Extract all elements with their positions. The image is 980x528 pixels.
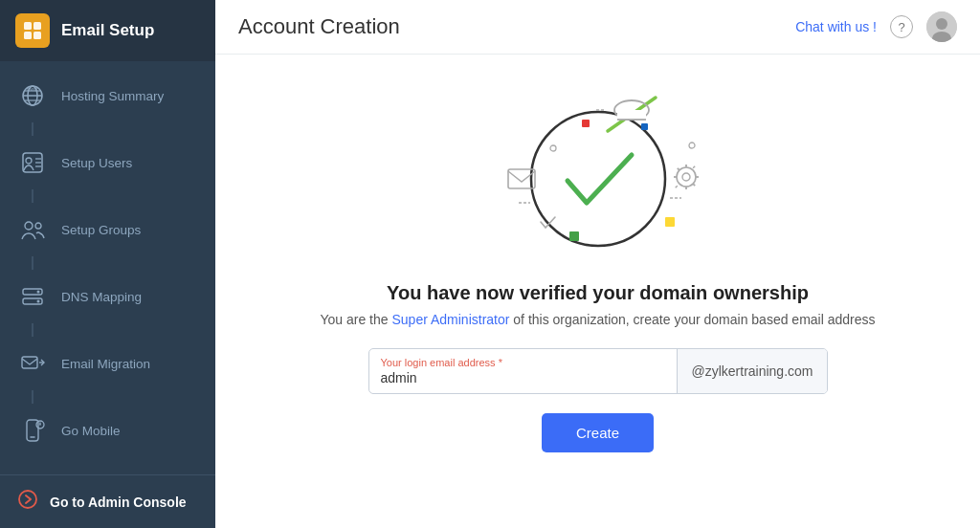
sidebar-item-label: DNS Mapping (61, 290, 142, 304)
nav-connector (32, 189, 33, 203)
sidebar-item-label: Go Mobile (61, 424, 121, 438)
sidebar-item-go-mobile[interactable]: Go Mobile (0, 404, 215, 457)
verified-title: You have now verified your domain owners… (387, 282, 809, 304)
admin-console-icon (17, 489, 38, 515)
nav-connector (32, 122, 33, 136)
email-domain: @zylkertraining.com (677, 349, 826, 393)
sidebar-item-label: Hosting Summary (61, 89, 164, 103)
globe-icon: www (17, 80, 48, 111)
help-icon[interactable]: ? (890, 15, 913, 38)
page-title: Account Creation (238, 14, 400, 39)
subtitle-post: of this organization, create your domain… (509, 312, 875, 327)
mobile-icon (17, 415, 48, 446)
svg-line-44 (677, 168, 679, 170)
sidebar-item-label: Setup Groups (61, 223, 141, 237)
sidebar-header: Email Setup (0, 0, 215, 61)
svg-point-39 (682, 173, 690, 181)
svg-point-53 (689, 143, 695, 148)
dns-icon (17, 281, 48, 312)
admin-console-label: Go to Admin Console (50, 495, 187, 510)
svg-rect-50 (569, 231, 579, 241)
svg-rect-1 (33, 22, 41, 30)
svg-rect-3 (33, 32, 41, 39)
app-title: Email Setup (61, 21, 154, 40)
group-icon (17, 214, 48, 245)
svg-rect-48 (582, 120, 590, 127)
nav-connector (32, 323, 33, 337)
sidebar-item-dns-mapping[interactable]: DNS Mapping (0, 270, 215, 323)
svg-line-47 (675, 186, 677, 187)
sidebar-nav: www Hosting Summary Setup Users (0, 61, 215, 474)
header-actions: Chat with us ! ? (795, 11, 957, 42)
svg-point-15 (25, 222, 33, 230)
sidebar: Email Setup www Hosting Summary (0, 0, 215, 528)
nav-connector (32, 256, 33, 270)
verification-illustration (455, 74, 742, 265)
svg-rect-2 (24, 32, 32, 39)
email-input[interactable] (381, 370, 666, 385)
main-header: Account Creation Chat with us ! ? (215, 0, 980, 55)
nav-connector (32, 390, 33, 404)
chat-link[interactable]: Chat with us ! (795, 19, 877, 34)
sidebar-item-setup-groups[interactable]: Setup Groups (0, 203, 215, 256)
sidebar-item-setup-users[interactable]: Setup Users (0, 136, 215, 189)
svg-point-27 (39, 424, 41, 426)
create-button[interactable]: Create (542, 413, 654, 452)
svg-rect-51 (665, 217, 675, 227)
svg-text:www: www (27, 86, 37, 92)
verified-subtitle: You are the Super Administrator of this … (320, 312, 875, 327)
app-logo-icon (15, 13, 50, 48)
sidebar-item-label: Email Migration (61, 357, 150, 371)
email-form: Your login email address * @zylkertraini… (368, 348, 828, 394)
avatar[interactable] (926, 11, 957, 42)
migration-icon (17, 348, 48, 379)
svg-point-30 (936, 18, 947, 30)
email-label: Your login email address * (381, 357, 666, 368)
svg-line-46 (693, 166, 695, 168)
sidebar-item-hosting-summary[interactable]: www Hosting Summary (0, 69, 215, 122)
email-input-wrapper: Your login email address * (369, 349, 678, 393)
svg-line-45 (693, 184, 695, 186)
main-content: Account Creation Chat with us ! ? (215, 0, 980, 528)
main-body: You have now verified your domain owners… (215, 55, 980, 528)
sidebar-item-email-migration[interactable]: Email Migration (0, 337, 215, 390)
svg-point-20 (37, 300, 40, 303)
svg-rect-49 (641, 123, 648, 130)
sidebar-item-label: Setup Users (61, 156, 132, 170)
svg-rect-21 (22, 357, 37, 368)
svg-point-19 (37, 291, 40, 294)
subtitle-pre: You are the (320, 312, 391, 327)
svg-rect-35 (617, 110, 646, 120)
goto-admin-console-button[interactable]: Go to Admin Console (0, 474, 215, 528)
svg-point-38 (677, 167, 696, 187)
svg-point-32 (531, 112, 665, 246)
svg-point-11 (26, 158, 32, 164)
svg-rect-0 (24, 22, 32, 30)
svg-point-28 (19, 491, 36, 508)
svg-point-16 (35, 223, 41, 229)
super-admin-link[interactable]: Super Administrator (391, 312, 509, 327)
users-icon (17, 147, 48, 178)
